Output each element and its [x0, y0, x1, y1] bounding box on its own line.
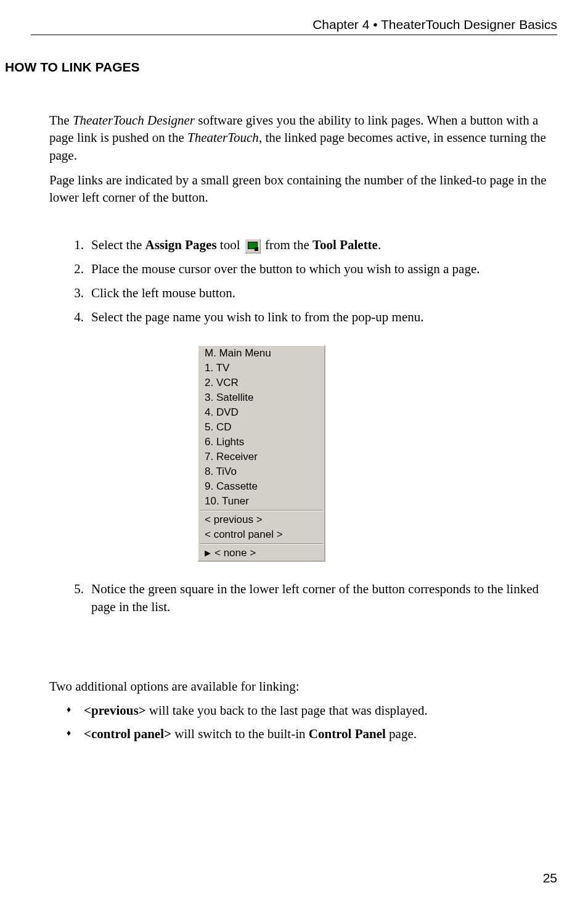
step-3: 3. Click the left mouse button. — [69, 284, 557, 302]
diamond-bullet-icon: ♦ — [67, 701, 84, 720]
menu-item[interactable]: 2. VCR — [198, 376, 324, 390]
submenu-arrow-icon: ▶ — [205, 548, 211, 557]
step-text: Place the mouse cursor over the button t… — [91, 260, 557, 278]
step-num: 2. — [69, 260, 91, 278]
t: will take you back to the last page that… — [146, 703, 428, 718]
intro-p1: The TheaterTouch Designer software gives… — [49, 112, 557, 164]
additional-options: Two additional options are available for… — [49, 678, 557, 744]
t: tool — [217, 237, 243, 252]
menu-item[interactable]: 6. Lights — [198, 435, 324, 450]
t: The — [49, 113, 73, 128]
menu-item[interactable]: M. Main Menu — [198, 346, 324, 361]
menu-item-previous[interactable]: < previous > — [198, 512, 324, 527]
page-name: Control Panel — [309, 726, 386, 741]
menu-item[interactable]: 10. Tuner — [198, 494, 324, 509]
step-text: Notice the green square in the lower lef… — [91, 580, 557, 616]
assign-pages-tool-icon — [245, 239, 261, 253]
intro-p2: Page links are indicated by a small gree… — [49, 171, 557, 207]
step-num: 1. — [69, 236, 91, 254]
bullet-previous: ♦ <previous> will take you back to the l… — [67, 701, 557, 720]
diamond-bullet-icon: ♦ — [67, 725, 84, 743]
popup-menu[interactable]: M. Main Menu 1. TV 2. VCR 3. Satellite 4… — [197, 345, 325, 562]
menu-item[interactable]: 7. Receiver — [198, 450, 324, 464]
step-text: Select the Assign Pages tool from the To… — [91, 236, 557, 254]
menu-separator — [200, 510, 323, 511]
opt-name: <control panel> — [84, 726, 171, 741]
t: . — [378, 237, 381, 252]
step-text: Click the left mouse button. — [91, 284, 557, 302]
t: page. — [386, 726, 417, 741]
popup-menu-wrap: M. Main Menu 1. TV 2. VCR 3. Satellite 4… — [197, 345, 557, 562]
palette-name: Tool Palette — [312, 237, 378, 252]
menu-item-label: < none > — [214, 547, 256, 559]
t: from the — [262, 237, 312, 252]
menu-item[interactable]: 5. CD — [198, 420, 324, 435]
steps-list: 1. Select the Assign Pages tool from the… — [69, 236, 557, 616]
menu-item[interactable]: 3. Satellite — [198, 390, 324, 405]
menu-item-none[interactable]: ▶ < none > — [198, 546, 324, 561]
step-num: 3. — [69, 284, 91, 302]
menu-separator — [200, 543, 323, 544]
menu-item-control-panel[interactable]: < control panel > — [198, 527, 324, 542]
step-text: Select the page name you wish to link to… — [91, 308, 557, 326]
step-num: 4. — [69, 308, 91, 326]
options-intro: Two additional options are available for… — [49, 678, 557, 695]
menu-item[interactable]: 1. TV — [198, 361, 324, 376]
intro-block: The TheaterTouch Designer software gives… — [49, 112, 557, 207]
menu-item[interactable]: 9. Cassette — [198, 479, 324, 494]
opt-name: <previous> — [84, 703, 146, 718]
step-4: 4. Select the page name you wish to link… — [69, 308, 557, 326]
t: Select the — [91, 237, 145, 252]
step-2: 2. Place the mouse cursor over the butto… — [69, 260, 557, 278]
page-number: 25 — [543, 871, 557, 886]
bullet-text: <control panel> will switch to the built… — [84, 725, 417, 743]
chapter-header: Chapter 4 • TheaterTouch Designer Basics — [31, 17, 557, 35]
step-5: 5. Notice the green square in the lower … — [69, 580, 557, 616]
t: will switch to the built-in — [171, 726, 309, 741]
step-1: 1. Select the Assign Pages tool from the… — [69, 236, 557, 254]
section-title: HOW TO LINK PAGES — [5, 60, 557, 75]
product-name-1: TheaterTouch Designer — [73, 113, 195, 128]
bullet-control-panel: ♦ <control panel> will switch to the bui… — [67, 725, 557, 743]
bullet-text: <previous> will take you back to the las… — [84, 701, 428, 720]
menu-item[interactable]: 4. DVD — [198, 405, 324, 420]
bullet-list: ♦ <previous> will take you back to the l… — [67, 701, 557, 744]
step-num: 5. — [69, 580, 91, 616]
tool-name: Assign Pages — [145, 237, 216, 252]
menu-item[interactable]: 8. TiVo — [198, 464, 324, 479]
product-name-2: TheaterTouch — [187, 130, 259, 145]
